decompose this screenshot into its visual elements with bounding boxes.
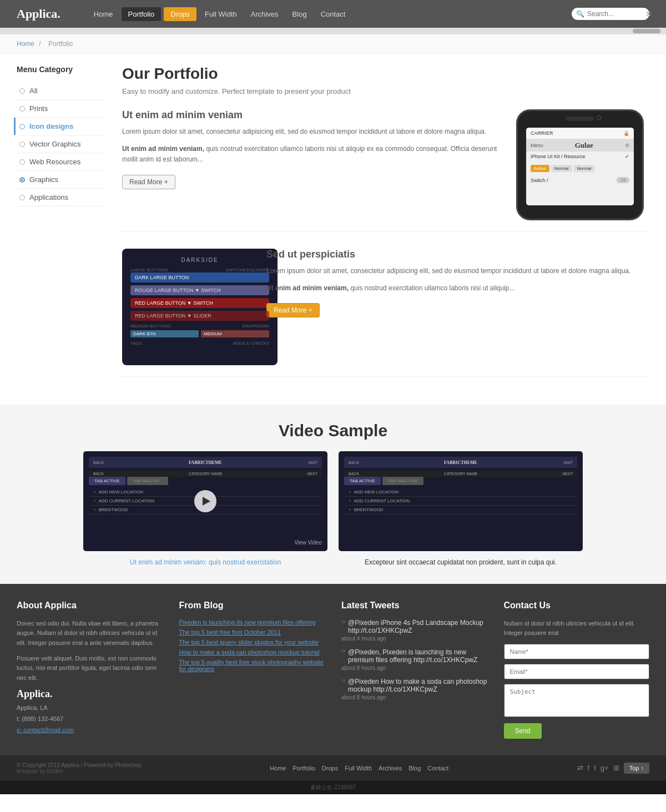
phone-screen-row-switch: Switch / Off (526, 175, 634, 186)
header: Applica. Home Portfolio Drops Full Width… (0, 0, 666, 28)
sidebar-item-applications[interactable]: Applications (17, 189, 105, 206)
portfolio-item-1: Ut enim ad minim veniam Lorem ipsum dolo… (122, 109, 649, 232)
bottom-nav-fullwidth[interactable]: Full Width (345, 765, 372, 771)
phone-camera (597, 115, 601, 120)
sidebar-radio-applications (19, 195, 25, 200)
breadcrumb: Home / Portfolio (0, 34, 666, 54)
footer: About Applica Donec sed odio dui. Nulla … (0, 584, 666, 755)
contact-subject-input[interactable] (504, 684, 650, 717)
main-nav: Home Portfolio Drops Full Width Archives… (88, 7, 561, 21)
tweet-1-time: about 4 hours ago (341, 636, 487, 642)
nav-fullwidth[interactable]: Full Width (199, 7, 243, 21)
nav-home[interactable]: Home (88, 7, 119, 21)
scroll-area (0, 28, 666, 34)
contact-email-input[interactable] (504, 664, 650, 679)
bottom-nav-portfolio[interactable]: Portfolio (292, 765, 315, 771)
nav-blog[interactable]: Blog (287, 7, 312, 21)
footer-address: Applica, LA t: (888) 132-4567 e: contact… (17, 703, 163, 735)
video-section-title: Video Sample (17, 421, 649, 440)
portfolio-item-1-image: CARRIER 🔒 Menu Gulae ⚙ iPhone UI Kit / R… (516, 109, 649, 220)
portfolio-item-2-read-more[interactable]: Read More + (266, 303, 320, 317)
video-thumb-1: BACK FABRICTHEME EDIT BACKCATEGORY NAMEN… (83, 451, 327, 551)
video-caption-2: Excepteur sint occaecat cupidatat non pr… (339, 558, 583, 567)
tweet-2-time: about 8 hours ago (341, 665, 487, 671)
social-rss-icon[interactable]: ⊞ (613, 764, 619, 772)
breadcrumb-home[interactable]: Home (17, 40, 34, 48)
portfolio-item-2-desc1: Lorem ipsum dolor sit amet, consectetur … (266, 266, 649, 276)
nav-portfolio[interactable]: Portfolio (122, 7, 162, 21)
footer-blog-link-1[interactable]: Pixeden is launching its new premium fil… (179, 619, 325, 626)
video-thumb-ui-2: BACK FABRICTHEME EDIT BACKCATEGORY NAMEN… (339, 451, 583, 520)
contact-form: Send (504, 644, 650, 739)
sidebar-radio-web (19, 159, 25, 165)
bottom-nav-blog[interactable]: Blog (408, 765, 421, 771)
sidebar-item-all[interactable]: All (17, 82, 105, 100)
scroll-thumb[interactable] (633, 29, 660, 33)
footer-about-title: About Applica (17, 601, 163, 611)
sidebar-radio-all (19, 88, 25, 94)
sidebar-radio-vector (19, 142, 25, 147)
portfolio-item-1-text: Ut enim ad minim veniam Lorem ipsum dolo… (122, 109, 505, 220)
tweet-3-text: @Pixeden How to make a soda can photosho… (341, 678, 487, 693)
nav-archives[interactable]: Archives (245, 7, 284, 21)
footer-about-text1: Donec sed odio dui. Nulla vitae elit lib… (17, 619, 163, 648)
footer-blog: From Blog Pixeden is launching its new p… (179, 601, 325, 739)
sidebar: Menu Category All Prints Icon designs Ve… (17, 65, 105, 394)
tweet-1-text: @Pixeden iPhone 4s Psd Landscape Mockup … (341, 619, 487, 634)
tweet-2: " @Pixeden, Pixeden is launching its new… (341, 648, 487, 671)
portfolio-item-1-read-more[interactable]: Read More + (122, 175, 175, 189)
footer-blog-title: From Blog (179, 601, 325, 611)
footer-tweets: Latest Tweets " @Pixeden iPhone 4s Psd L… (341, 601, 487, 739)
watermark: 素材公社 2238097 (0, 781, 666, 794)
bottom-bar: © Copyright 2012 Applica / Powered by Ph… (0, 755, 666, 781)
sidebar-item-graphics[interactable]: Graphics (17, 171, 105, 189)
bottom-nav-contact[interactable]: Contact (427, 765, 448, 771)
search-box: 🔍 ✕ (572, 8, 649, 20)
portfolio-item-2-desc2: Ut enim ad minim veniam, quis nostrud ex… (266, 283, 649, 294)
footer-logo: Applica. (17, 688, 163, 700)
phone-screen-header: CARRIER 🔒 (526, 128, 634, 139)
sidebar-item-prints[interactable]: Prints (17, 100, 105, 118)
phone-mockup-1: CARRIER 🔒 Menu Gulae ⚙ iPhone UI Kit / R… (516, 109, 644, 220)
tweet-3: " @Pixeden How to make a soda can photos… (341, 678, 487, 700)
bottom-nav-archives[interactable]: Archives (379, 765, 402, 771)
portfolio-item-1-desc2: Ut enim ad minim veniam, quis nostrud ex… (122, 144, 505, 165)
sidebar-radio-graphics (19, 177, 25, 183)
footer-blog-link-4[interactable]: How to make a soda can photoshop mockup … (179, 649, 325, 655)
social-share-icon[interactable]: ⇄ (577, 764, 583, 772)
search-input[interactable] (587, 10, 643, 18)
back-to-top-button[interactable]: Top ↑ (624, 763, 649, 774)
video-card-2: BACK FABRICTHEME EDIT BACKCATEGORY NAMEN… (339, 451, 583, 567)
bottom-nav-drops[interactable]: Drops (322, 765, 338, 771)
phone-btn-group: Active Normal Normal (526, 162, 634, 175)
video-section: Video Sample BACK FABRICTHEME EDIT BACKC… (0, 405, 666, 584)
footer-blog-link-5[interactable]: The top 5 quality best free stock photog… (179, 659, 325, 672)
social-links: ⇄ f t g+ ⊞ Top ↑ (577, 763, 649, 774)
portfolio-title: Our Portfolio (122, 65, 649, 83)
phone-screen: CARRIER 🔒 Menu Gulae ⚙ iPhone UI Kit / R… (526, 128, 634, 205)
bottom-nav-home[interactable]: Home (270, 765, 286, 771)
social-gplus-icon[interactable]: g+ (601, 764, 609, 772)
nav-contact[interactable]: Contact (315, 7, 351, 21)
contact-name-input[interactable] (504, 644, 650, 659)
tweet-3-time: about 8 hours ago (341, 694, 487, 700)
nav-drops[interactable]: Drops (164, 7, 196, 21)
send-button[interactable]: Send (504, 723, 542, 739)
footer-blog-link-3[interactable]: The top 5 best jquery slider plugins for… (179, 639, 325, 645)
search-icon: 🔍 (576, 10, 584, 18)
sidebar-item-icon-designs[interactable]: Icon designs (17, 118, 105, 135)
social-twitter-icon[interactable]: t (594, 764, 596, 772)
sidebar-item-vector[interactable]: Vector Graphics (17, 135, 105, 153)
phone-notch (566, 117, 594, 121)
portfolio-item-1-title: Ut enim ad minim veniam (122, 109, 505, 121)
video-caption-1[interactable]: Ut enim ad minim veniam: quis nostrud ex… (130, 558, 281, 566)
phone-screen-row-1: iPhone UI Kit / Resource ✓ (526, 152, 634, 162)
footer-blog-link-2[interactable]: The top 5 best free font October 2011 (179, 629, 325, 636)
social-facebook-icon[interactable]: f (588, 764, 590, 772)
portfolio-item-1-desc1: Lorem ipsum dolor sit amet, consectetur … (122, 127, 505, 137)
sidebar-item-web[interactable]: Web Resources (17, 153, 105, 171)
video-play-button-1[interactable] (194, 490, 216, 512)
footer-contact-title: Contact Us (504, 601, 650, 611)
main-content: Menu Category All Prints Icon designs Ve… (0, 54, 666, 405)
search-clear-icon[interactable]: ✕ (645, 9, 652, 18)
